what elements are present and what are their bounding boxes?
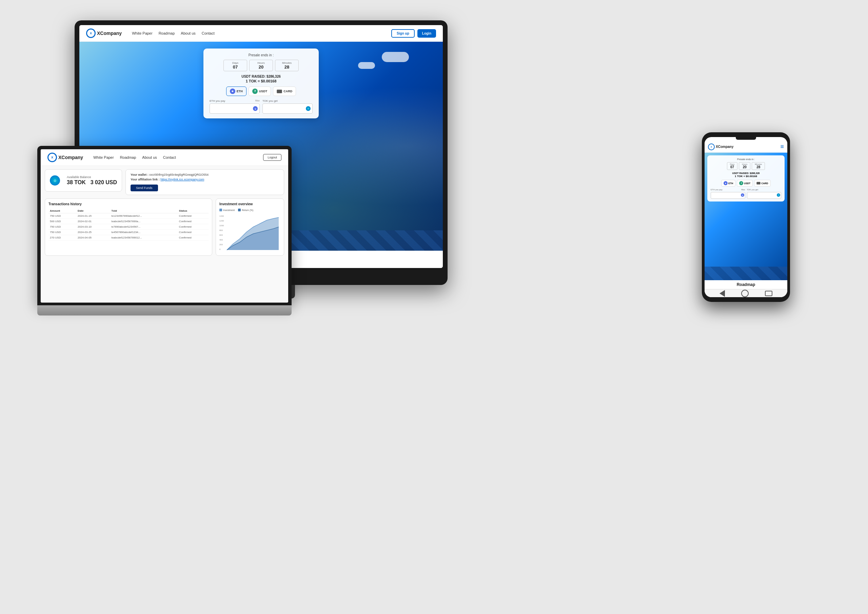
- logout-button[interactable]: Logout: [263, 154, 281, 161]
- dashboard-bottom-row: Transactions history Amount Date TxId St…: [45, 199, 284, 256]
- minutes-value: 28: [280, 64, 294, 70]
- cell-date: 2024-04-05: [76, 235, 110, 241]
- card-icon: [277, 90, 282, 93]
- phone-card-label: CARD: [761, 182, 768, 185]
- phone-eth-input[interactable]: [711, 192, 745, 199]
- transactions-title: Transactions history: [48, 202, 209, 206]
- login-button[interactable]: Login: [417, 29, 436, 38]
- logo-text: XCompany: [97, 31, 122, 36]
- usdt-pay-button[interactable]: ₮ USDT: [248, 87, 271, 96]
- eth-pay-button[interactable]: ◈ ETH: [226, 87, 246, 96]
- logo-circle: X: [86, 28, 96, 38]
- payment-inputs: ETH you pay Max ◈ TOK you get: [209, 99, 313, 113]
- cell-status: Confirmed: [178, 219, 209, 224]
- laptop-nav-links: White Paper Roadmap About us Contact: [93, 155, 263, 159]
- signup-button[interactable]: Sign up: [391, 29, 415, 38]
- hamburger-menu-icon[interactable]: ≡: [780, 143, 784, 150]
- phone-timer: Days 07 Hours 20 Minutes 28: [711, 162, 781, 170]
- col-amount: Amount: [48, 208, 76, 213]
- investment-title: Investment overview: [219, 202, 281, 206]
- affiliation-link[interactable]: https://mylink.ico.xcompany.com: [160, 178, 204, 181]
- phone-hours-box: Hours 20: [739, 162, 750, 170]
- phone-usdt-btn[interactable]: ₮ USDT: [737, 180, 753, 187]
- phone-tok-input-label: TOK you get: [747, 189, 781, 191]
- tok-input-label: TOK you get: [262, 99, 313, 103]
- eth-label: ETH: [237, 90, 243, 93]
- laptop-screen-container: X XCompany White Paper Roadmap About us …: [37, 146, 291, 305]
- cloud-2: [358, 62, 375, 69]
- tok-balance: 38 TOK: [67, 179, 86, 185]
- laptop-navbar: X XCompany White Paper Roadmap About us …: [41, 149, 288, 166]
- cell-status: Confirmed: [178, 235, 209, 241]
- phone-hero: Presale ends in : Days 07 Hours 20 Minut…: [705, 153, 787, 280]
- cell-txid: tx4567890abcdef1234...: [110, 230, 177, 235]
- nav-contact[interactable]: Contact: [202, 31, 215, 35]
- dashboard-content: ⊙ Available Balance 38 TOK 3 020 USD You…: [41, 166, 288, 303]
- laptop-logo-circle: X: [48, 153, 57, 162]
- balance-values: 38 TOK 3 020 USD: [67, 179, 117, 185]
- phone-roadmap-section: Roadmap: [705, 280, 787, 289]
- cell-txid: tx7890abcdef1234567...: [110, 224, 177, 230]
- phone-mockup: X XCompany ≡ Presale ends in : Days 07: [702, 132, 790, 302]
- phone-home-bar: [705, 289, 787, 297]
- laptop-nav-about[interactable]: About us: [142, 155, 157, 159]
- eth-input[interactable]: [209, 103, 260, 113]
- balance-info: Available Balance 38 TOK 3 020 USD: [67, 176, 117, 185]
- timer-hours-box: Hours 20: [249, 60, 273, 71]
- transactions-table: Amount Date TxId Status 750 USD 2024-01-…: [48, 208, 209, 241]
- back-button-icon[interactable]: [719, 290, 725, 297]
- table-row: 750 USD 2024-03-25 tx4567890abcdef1234..…: [48, 230, 209, 235]
- home-button-icon[interactable]: [741, 290, 749, 297]
- laptop-nav-roadmap[interactable]: Roadmap: [120, 155, 136, 159]
- investment-legend-label: Investment: [223, 209, 235, 211]
- phone-tok-input[interactable]: [747, 192, 781, 199]
- phone-days-value: 07: [730, 165, 735, 169]
- nav-about[interactable]: About us: [181, 31, 195, 35]
- cell-amount: 750 USD: [48, 213, 76, 219]
- phone-notch: [736, 137, 756, 140]
- phone-tok-input-group: TOK you get ⊙: [747, 189, 781, 199]
- tok-input[interactable]: [262, 103, 313, 113]
- wallet-label: Your wallet :: [130, 173, 149, 176]
- nav-whitepaper[interactable]: White Paper: [132, 31, 153, 35]
- timer-days-box: Days 07: [223, 60, 247, 71]
- phone-usdt-icon: ₮: [739, 181, 743, 185]
- phone-minutes-box: Minutes 28: [752, 162, 765, 170]
- col-status: Status: [178, 208, 209, 213]
- days-value: 07: [228, 64, 242, 70]
- phone-eth-icon: ◈: [724, 181, 728, 185]
- tok-rate: 1 TOK = $0.00168: [209, 79, 313, 83]
- phone-input-row: ETH you pay Max ◈ TOK you get: [711, 189, 781, 199]
- phone-card-btn[interactable]: CARD: [754, 180, 770, 187]
- laptop-nav-whitepaper[interactable]: White Paper: [93, 155, 114, 159]
- usdt-icon: ₮: [252, 89, 258, 94]
- phone-eth-input-icon: ◈: [741, 193, 744, 197]
- affiliation-label: Your affiliation link :: [130, 178, 160, 181]
- cell-date: 2024-03-25: [76, 230, 110, 235]
- phone-eth-input-wrap: ◈: [711, 191, 745, 199]
- eth-icon: ◈: [230, 89, 235, 94]
- return-dot: [238, 208, 241, 211]
- cell-status: Confirmed: [178, 224, 209, 230]
- minutes-label: Minutes: [280, 61, 294, 64]
- send-funds-button[interactable]: Send Funds: [130, 185, 158, 191]
- phone-eth-btn[interactable]: ◈ ETH: [721, 180, 735, 187]
- svg-text:0: 0: [219, 248, 221, 250]
- usdt-raised: USDT RAISED: $286,326: [209, 75, 313, 78]
- days-label: Days: [228, 61, 242, 64]
- table-row: 270 USD 2024-04-05 txabcdef123456789012.…: [48, 235, 209, 241]
- card-pay-button[interactable]: CARD: [273, 87, 296, 96]
- cell-txid: tx1234567890abcdef12...: [110, 213, 177, 219]
- hours-label: Hours: [254, 61, 268, 64]
- desktop-nav-links: White Paper Roadmap About us Contact: [132, 31, 391, 35]
- phone-usdt-label: USDT: [744, 182, 750, 185]
- cell-date: 2024-02-01: [76, 219, 110, 224]
- recent-apps-icon[interactable]: [765, 291, 772, 296]
- chart-legend: Investment Return (%): [219, 208, 281, 211]
- phone-card-icon: [756, 182, 761, 185]
- laptop-nav-contact[interactable]: Contact: [163, 155, 176, 159]
- phone-logo-circle: X: [708, 143, 715, 150]
- timer-minutes-box: Minutes 28: [275, 60, 299, 71]
- cell-txid: txabcdef1234567890a...: [110, 219, 177, 224]
- nav-roadmap[interactable]: Roadmap: [159, 31, 175, 35]
